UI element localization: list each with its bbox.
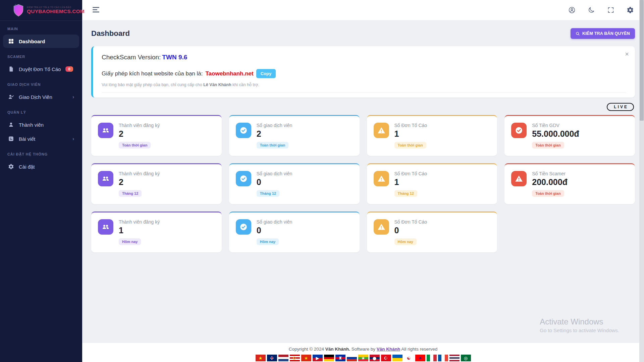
support-contact-name: Lê Văn Khánh (203, 82, 231, 87)
sidebar-item-thanh-vien[interactable]: Thành viên (3, 118, 79, 131)
stat-period-badge: Toàn thời gian (532, 190, 564, 197)
flag-arab-league[interactable]: ◎ (461, 355, 471, 361)
settings-gear-icon[interactable] (627, 6, 634, 14)
close-icon[interactable]: × (625, 50, 629, 58)
page-title: Dashboard (91, 29, 130, 38)
flag-france[interactable] (438, 355, 448, 361)
flag-laos[interactable]: ● (370, 355, 380, 361)
flag-south-korea[interactable]: ☯ (404, 355, 414, 361)
sidebar-item-duyet-don-to-cao[interactable]: Duyệt Đơn Tố Cáo 0 (3, 62, 79, 76)
stat-period-badge: Tháng 12 (119, 190, 142, 197)
live-badge: LIVE (607, 103, 634, 111)
users-icon (98, 171, 113, 186)
check-license-label: KIỂM TRA BẢN QUYỀN (582, 31, 630, 36)
stat-card: Số giao dịch viên 2 Toàn thời gian (229, 115, 360, 156)
stat-card: Thành viên đăng ký 2 Toàn thời gian (91, 115, 222, 156)
menu-toggle-icon[interactable] (92, 7, 100, 13)
flag-germany[interactable] (324, 355, 334, 361)
stat-card: Số Tiền Scamer 200.000đ Toàn thời gian (504, 163, 635, 204)
flag-malaysia[interactable]: ☪ (290, 355, 300, 361)
scrollbar-track[interactable] (639, 0, 644, 362)
sidebar-section: GIAO DỊCH VIÊN Giao Dịch Viên › (0, 76, 82, 104)
sidebar-section: SCAMER Duyệt Đơn Tố Cáo 0 (0, 49, 82, 76)
sidebar-section-label: MAIN (0, 21, 82, 34)
stat-card: Số giao dịch viên 0 Hôm nay (229, 212, 360, 252)
stat-period-badge: Toàn thời gian (532, 142, 564, 148)
sidebar-item-label: Giao Dịch Viên (19, 94, 52, 100)
flag-taiwan[interactable]: ☀ (415, 355, 425, 361)
sidebar-nav: MAIN Dashboard SCAMER Duyệt Đơn Tố Cáo 0… (0, 21, 82, 173)
report-icon (8, 66, 14, 72)
checkscam-version-line: CheckScam Version:TWN 9.6 (102, 54, 626, 61)
software-author-link[interactable]: Văn Khánh (377, 347, 400, 352)
stat-value: 2 (119, 177, 160, 187)
flag-ukraine[interactable] (392, 355, 402, 361)
sidebar-collapse-icon[interactable]: ‹ (15, 2, 16, 7)
check-circle-icon (236, 123, 251, 138)
sidebar-item-giao-dich-vien[interactable]: Giao Dịch Viên › (3, 90, 79, 104)
footer: Copyright © 2024 Văn Khánh. Software by … (82, 343, 644, 362)
stat-value: 55.000.000đ (532, 129, 579, 139)
language-flags-row: ★✚✚☪★▶♜★●☪☯☀◎ (82, 355, 644, 361)
stat-period-badge: Hôm nay (257, 238, 279, 245)
stat-card: Số giao dịch viên 0 Tháng 12 (229, 163, 360, 204)
count-badge: 0 (65, 66, 73, 72)
sidebar-item-cai-dat[interactable]: Cài đặt (3, 160, 79, 173)
flag-vietnam[interactable]: ★ (256, 355, 266, 361)
sidebar-section-label: GIAO DỊCH VIÊN (0, 76, 82, 89)
stat-title: Số giao dịch viên (257, 123, 292, 128)
sidebar-section-label: CÀI ĐẶT HỆ THỐNG (0, 146, 82, 159)
dark-mode-moon-icon[interactable] (588, 6, 595, 14)
warning-icon (374, 219, 389, 235)
flag-cambodia[interactable]: ♜ (335, 355, 345, 361)
user-icon (8, 122, 14, 128)
flag-russia[interactable] (347, 355, 357, 361)
copy-button[interactable]: Copy (256, 69, 276, 78)
brand-domain: QUYBAOHIEMCS.COM (27, 8, 85, 14)
stat-title: Số Tiền GDV (532, 123, 579, 128)
flag-netherlands[interactable] (278, 355, 288, 361)
brand-tagline: KIỂM TRA UY TÍN & TỐ CÁO LỪA ĐẢO (27, 6, 85, 8)
topbar (82, 0, 644, 20)
stat-title: Số Đơn Tố Cáo (394, 219, 427, 225)
stat-period-badge: Toàn thời gian (257, 142, 288, 148)
sidebar-item-dashboard[interactable]: Dashboard (3, 35, 79, 48)
chevron-right-icon: › (72, 94, 74, 100)
sidebar-item-label: Dashboard (19, 39, 45, 44)
check-circle-icon (236, 171, 251, 186)
check-circle-icon (236, 219, 251, 235)
fullscreen-icon[interactable] (607, 6, 614, 14)
brand-text: KIỂM TRA UY TÍN & TỐ CÁO LỪA ĐẢO QUYBAOH… (27, 6, 85, 14)
gear-icon (8, 164, 14, 170)
activate-windows-watermark: Activate Windows Go to Settings to activ… (540, 317, 619, 333)
flag-philippines[interactable]: ▶ (313, 355, 323, 361)
brand-logo[interactable]: KIỂM TRA UY TÍN & TỐ CÁO LỪA ĐẢO QUYBAOH… (0, 0, 82, 21)
stat-card: Số Đơn Tố Cáo 1 Tháng 12 (367, 163, 497, 204)
stat-value: 1 (394, 177, 427, 187)
flag-turkey[interactable]: ☪ (381, 355, 391, 361)
grid-icon (8, 38, 14, 44)
license-notice-card: × CheckScam Version:TWN 9.6 Giấy phép kí… (91, 46, 635, 98)
flag-china[interactable]: ★ (301, 355, 311, 361)
user-profile-icon[interactable] (568, 6, 576, 14)
stat-period-badge: Tháng 12 (394, 190, 417, 197)
license-note: Vui lòng bảo mật giấy phép của bạn, chỉ … (102, 82, 626, 87)
stat-value: 2 (119, 129, 160, 139)
license-label: Giấy phép kích hoạt website của bạn là: (102, 70, 203, 77)
notice-divider (102, 93, 626, 93)
warning-icon (374, 171, 389, 186)
stats-grid: Thành viên đăng ký 2 Toàn thời gian Số g… (91, 115, 635, 252)
stat-title: Thành viên đăng ký (119, 171, 160, 176)
stat-value: 200.000đ (532, 177, 568, 187)
scrollbar-thumb[interactable] (640, 0, 644, 121)
app-root: ‹ KIỂM TRA UY TÍN & TỐ CÁO LỪA ĐẢO QUYBA… (0, 0, 644, 362)
stat-title: Số Đơn Tố Cáo (394, 171, 427, 176)
flag-united-kingdom[interactable]: ✚✚ (267, 355, 277, 361)
flag-myanmar[interactable]: ★ (358, 355, 368, 361)
sidebar-item-bai-viet[interactable]: Bài viết › (3, 132, 79, 145)
topbar-actions (568, 6, 634, 14)
stat-card: Số Đơn Tố Cáo 1 Toàn thời gian (367, 115, 497, 156)
flag-thailand[interactable] (449, 355, 460, 361)
flag-italy[interactable] (427, 355, 437, 361)
check-license-button[interactable]: KIỂM TRA BẢN QUYỀN (571, 28, 635, 39)
